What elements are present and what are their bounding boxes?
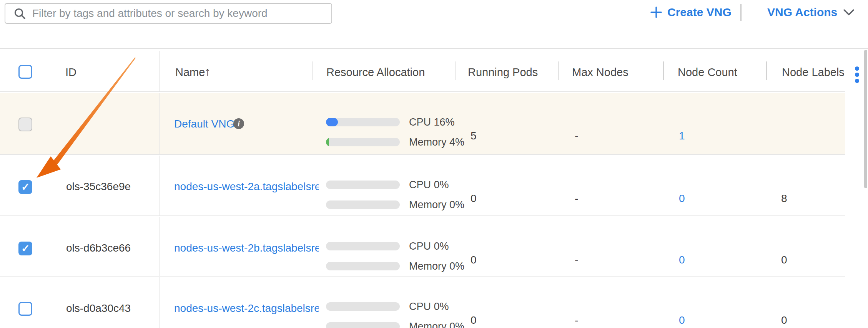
vng-actions-button[interactable]: VNG Actions [767, 5, 855, 20]
memory-usage-bar [326, 322, 400, 328]
row-checkbox[interactable] [18, 302, 32, 316]
cpu-usage-label: CPU 16% [409, 116, 455, 128]
memory-usage-label: Memory 0% [409, 199, 464, 211]
running-pods-value: 5 [471, 130, 477, 142]
memory-usage-label: Memory 4% [409, 136, 464, 148]
memory-usage-bar [326, 200, 400, 209]
select-all-checkbox[interactable] [18, 65, 32, 79]
cpu-usage-bar [326, 242, 400, 250]
search-icon [14, 8, 25, 19]
memory-usage-bar [326, 138, 400, 146]
running-pods-value: 0 [471, 254, 477, 266]
cpu-usage-label: CPU 0% [409, 300, 449, 313]
max-nodes-value: - [575, 314, 578, 326]
max-nodes-value: - [575, 254, 578, 266]
vng-name-link[interactable]: nodes-us-west-2b.tagslabelsre [174, 242, 319, 254]
sort-ascending-icon[interactable]: ↑ [205, 65, 211, 79]
header-tick [663, 61, 664, 80]
cpu-usage-bar [326, 118, 400, 126]
filter-search-box[interactable] [5, 3, 332, 24]
vng-id: ols-d6b3ce66 [66, 242, 131, 254]
row-checkbox[interactable] [18, 242, 32, 255]
column-divider [159, 93, 160, 154]
memory-usage-label: Memory 0% [409, 320, 464, 328]
column-divider [159, 156, 160, 215]
node-count-link[interactable]: 0 [679, 314, 685, 326]
cpu-usage-bar [326, 302, 400, 311]
create-vng-button[interactable]: Create VNG [650, 5, 732, 20]
node-count-link[interactable]: 0 [679, 254, 685, 266]
node-labels-value: 8 [781, 192, 787, 205]
cpu-usage-label: CPU 0% [409, 179, 449, 191]
toolbar-divider [740, 4, 742, 21]
max-nodes-value: - [575, 130, 578, 142]
column-divider [159, 217, 160, 276]
column-header-name[interactable]: Name [175, 66, 205, 78]
chevron-down-icon [843, 8, 855, 16]
vng-name-link[interactable]: Default VNG [174, 118, 319, 130]
header-column-divider [159, 51, 160, 92]
node-count-link[interactable]: 0 [679, 192, 685, 205]
table-row-default-vng: Default VNG i CPU 16% Memory 4% 5 - 1 [0, 93, 845, 155]
table-header: ID Name ↑ Resource Allocation Running Po… [0, 48, 868, 92]
row-checkbox[interactable] [18, 180, 32, 194]
node-labels-value: 0 [781, 254, 787, 266]
column-header-node-labels[interactable]: Node Labels [782, 66, 845, 78]
column-header-node-count[interactable]: Node Count [678, 66, 737, 78]
search-input[interactable] [32, 7, 328, 20]
header-tick [456, 61, 456, 80]
vng-name-link[interactable]: nodes-us-west-2c.tagslabelsre [174, 302, 319, 315]
max-nodes-value: - [575, 192, 578, 205]
running-pods-value: 0 [471, 314, 477, 326]
header-tick [766, 61, 767, 80]
plus-icon [650, 7, 662, 18]
header-tick [313, 61, 313, 80]
column-settings-kebab-icon[interactable] [855, 66, 860, 83]
vertical-scrollbar-thumb[interactable] [864, 50, 867, 188]
header-tick [558, 61, 559, 80]
column-header-resource-allocation[interactable]: Resource Allocation [326, 66, 425, 78]
column-header-max-nodes[interactable]: Max Nodes [572, 66, 629, 78]
node-count-link[interactable]: 1 [679, 130, 685, 142]
running-pods-value: 0 [471, 192, 477, 205]
cpu-usage-bar [326, 181, 400, 189]
cpu-usage-label: CPU 0% [409, 240, 449, 252]
column-divider [159, 277, 160, 328]
table-row-ols-d6b3ce66: ols-d6b3ce66 nodes-us-west-2b.tagslabels… [0, 217, 845, 277]
vng-actions-label: VNG Actions [767, 6, 837, 19]
column-header-running-pods[interactable]: Running Pods [468, 66, 538, 78]
memory-usage-bar [326, 262, 400, 270]
table-row-ols-d0a30c43: ols-d0a30c43 nodes-us-west-2c.tagslabels… [0, 277, 845, 328]
column-header-id[interactable]: ID [65, 66, 76, 78]
memory-usage-label: Memory 0% [409, 260, 464, 272]
row-checkbox [18, 118, 32, 131]
table-row-ols-35c36e9e: ols-35c36e9e nodes-us-west-2a.tagslabels… [0, 156, 845, 216]
vng-name-link[interactable]: nodes-us-west-2a.tagslabelsre [174, 181, 319, 193]
create-vng-label: Create VNG [667, 6, 732, 19]
node-labels-value: 0 [781, 314, 787, 326]
vng-id: ols-d0a30c43 [66, 302, 131, 315]
header-bottom-border [0, 91, 845, 92]
info-icon[interactable]: i [233, 118, 244, 129]
vng-id: ols-35c36e9e [66, 181, 131, 193]
